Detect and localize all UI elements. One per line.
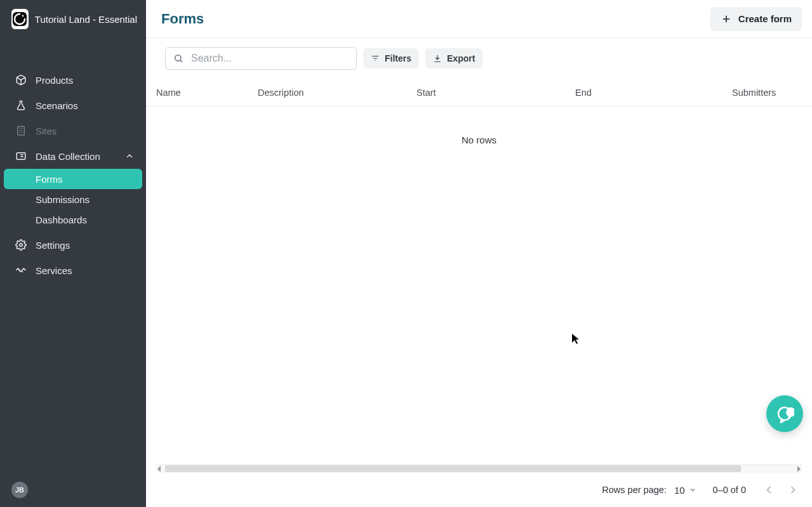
mouse-cursor-icon bbox=[571, 333, 580, 345]
chat-widget-button[interactable] bbox=[766, 395, 803, 432]
brand-logo-icon bbox=[11, 9, 29, 29]
column-header-submitters[interactable]: Submitters bbox=[732, 88, 802, 98]
sidebar-item-services[interactable]: Services bbox=[0, 258, 146, 283]
pagination-prev-button[interactable] bbox=[762, 484, 775, 496]
sidebar-sub-item-label: Dashboards bbox=[36, 214, 87, 225]
sidebar-sub-item-submissions[interactable]: Submissions bbox=[4, 189, 142, 209]
table-header-row: Name Description Start End Submitters bbox=[146, 79, 812, 107]
sidebar-sub-data-collection: Forms Submissions Dashboards bbox=[4, 169, 142, 230]
search-input[interactable] bbox=[190, 52, 349, 65]
export-button[interactable]: Export bbox=[425, 48, 483, 69]
flask-icon bbox=[15, 100, 27, 111]
table-body: No rows bbox=[146, 107, 812, 464]
column-header-end[interactable]: End bbox=[575, 88, 732, 98]
rows-per-page-select[interactable]: 10 bbox=[674, 485, 696, 496]
column-header-start[interactable]: Start bbox=[416, 88, 575, 98]
toolbar: Filters Export bbox=[146, 38, 812, 79]
create-form-button[interactable]: Create form bbox=[710, 7, 802, 31]
rows-per-page-value: 10 bbox=[674, 485, 685, 496]
svg-point-5 bbox=[175, 55, 181, 61]
search-icon bbox=[173, 53, 183, 63]
sidebar-sub-item-forms[interactable]: Forms bbox=[4, 169, 142, 189]
sidebar-sub-item-label: Submissions bbox=[36, 194, 90, 205]
main-content: Forms Create form Filters bbox=[146, 0, 812, 507]
svg-rect-2 bbox=[18, 126, 25, 135]
column-header-name[interactable]: Name bbox=[156, 88, 258, 98]
svg-point-4 bbox=[20, 244, 23, 247]
pagination-nav bbox=[762, 484, 799, 496]
rows-per-page-label: Rows per page: bbox=[602, 485, 667, 495]
table-area: Name Description Start End Submitters No… bbox=[146, 79, 812, 507]
brand-row[interactable]: Tutorial Land - Essential bbox=[0, 0, 146, 38]
plus-icon bbox=[721, 13, 732, 25]
page-title: Forms bbox=[161, 11, 204, 27]
table-empty-text: No rows bbox=[146, 135, 812, 145]
box-icon bbox=[15, 74, 27, 86]
sidebar-item-settings[interactable]: Settings bbox=[0, 232, 146, 258]
handshake-icon bbox=[15, 265, 27, 276]
chat-icon bbox=[775, 404, 794, 423]
create-form-button-label: Create form bbox=[738, 13, 792, 24]
sidebar-item-label: Data Collection bbox=[36, 151, 100, 162]
pagination-bar: Rows per page: 10 0–0 of 0 bbox=[146, 473, 812, 507]
filter-icon bbox=[371, 54, 380, 63]
pagination-next-button[interactable] bbox=[787, 484, 799, 496]
app-root: Tutorial Land - Essential Products Scena… bbox=[0, 0, 812, 507]
chevron-down-icon bbox=[689, 486, 696, 494]
list-icon bbox=[15, 150, 27, 162]
user-avatar[interactable]: JB bbox=[11, 482, 28, 498]
sidebar-nav: Products Scenarios Sites Data Collection bbox=[0, 67, 146, 283]
sidebar-item-scenarios[interactable]: Scenarios bbox=[0, 93, 146, 118]
sidebar-item-label: Settings bbox=[36, 240, 70, 251]
topbar: Forms Create form bbox=[146, 0, 812, 38]
sidebar-item-label: Products bbox=[36, 75, 73, 86]
filters-button[interactable]: Filters bbox=[363, 48, 419, 69]
user-initials: JB bbox=[15, 486, 24, 494]
pagination-range: 0–0 of 0 bbox=[713, 485, 746, 495]
search-field-wrapper[interactable] bbox=[165, 47, 357, 70]
sidebar-item-label: Services bbox=[36, 265, 72, 276]
export-button-label: Export bbox=[447, 53, 475, 63]
chevron-up-icon bbox=[124, 151, 135, 161]
building-icon bbox=[15, 125, 27, 136]
sidebar: Tutorial Land - Essential Products Scena… bbox=[0, 0, 146, 507]
sidebar-sub-item-dashboards[interactable]: Dashboards bbox=[4, 209, 142, 230]
filters-button-label: Filters bbox=[385, 53, 411, 63]
gear-icon bbox=[15, 239, 27, 251]
sidebar-item-products[interactable]: Products bbox=[0, 67, 146, 93]
sidebar-item-data-collection[interactable]: Data Collection bbox=[0, 143, 146, 169]
horizontal-scrollbar[interactable] bbox=[156, 464, 802, 473]
column-header-description[interactable]: Description bbox=[258, 88, 416, 98]
download-icon bbox=[433, 54, 442, 63]
sidebar-item-label: Sites bbox=[36, 126, 57, 136]
sidebar-item-sites: Sites bbox=[0, 118, 146, 143]
sidebar-item-label: Scenarios bbox=[36, 100, 78, 111]
svg-point-1 bbox=[22, 15, 24, 17]
brand-title: Tutorial Land - Essential bbox=[35, 14, 137, 25]
sidebar-sub-item-label: Forms bbox=[36, 174, 63, 185]
scrollbar-thumb[interactable] bbox=[165, 465, 741, 472]
rows-per-page: Rows per page: 10 bbox=[602, 485, 696, 496]
